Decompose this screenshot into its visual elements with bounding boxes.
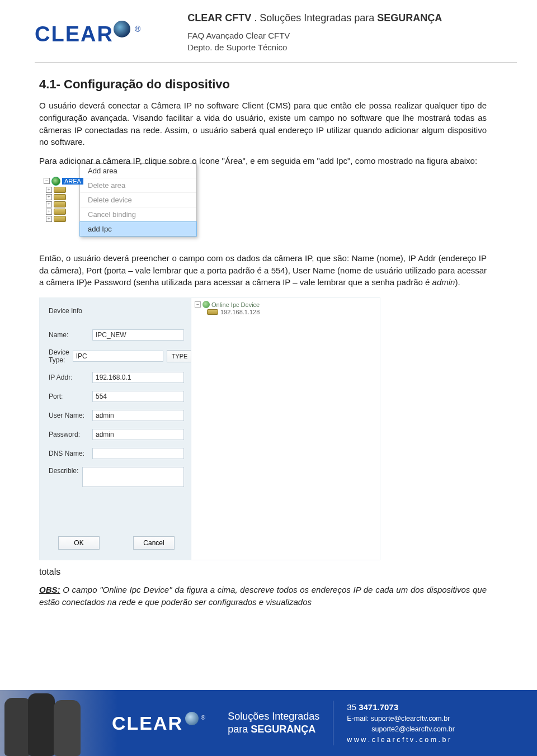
p3-admin-italic: admin [432, 277, 455, 287]
dvr-icon [54, 209, 66, 215]
globe-icon[interactable] [51, 177, 60, 186]
label-name: Name: [49, 331, 89, 339]
row-dns: DNS Name: [49, 448, 184, 459]
dvr-icon [54, 216, 66, 222]
dialog-title: Device Info [49, 307, 184, 315]
row-username: User Name: [49, 410, 184, 421]
tree-collapse-icon[interactable]: − [195, 301, 201, 308]
ctx-delete-area[interactable]: Delete area [80, 178, 196, 193]
dvr-icon [54, 187, 66, 193]
footer-logo-reg: ® [201, 714, 205, 721]
footer-contact: 35 3471.7073 E-mail: suporte@clearcftv.c… [347, 701, 455, 745]
brand-mid: . Soluções Integradas para [251, 12, 377, 23]
label-device-type: Device Type: [49, 348, 69, 364]
tree-root-label[interactable]: AREA [62, 178, 83, 185]
dialog-form: Device Info Name: Device Type: TYPE IP A… [40, 298, 191, 560]
paragraph-2: Para adicionar a câmera IP, clique sobre… [39, 155, 487, 167]
footer-people-graphic [0, 690, 106, 756]
online-device-item[interactable]: 192.168.1.128 [207, 309, 376, 315]
dvr-icon [54, 194, 66, 200]
input-dns[interactable] [92, 448, 184, 459]
ok-button[interactable]: OK [58, 536, 100, 550]
context-menu: Add area Delete area Delete device Cance… [79, 163, 197, 237]
input-device-type[interactable] [73, 351, 163, 362]
globe-icon [202, 301, 210, 308]
dvr-icon [54, 201, 66, 207]
input-port[interactable] [92, 391, 184, 402]
cancel-button[interactable]: Cancel [133, 536, 175, 550]
obs-text: O campo "Online Ipc Device" da figura a … [39, 585, 487, 607]
label-port: Port: [49, 393, 89, 400]
input-name[interactable] [92, 329, 184, 341]
logo-registered: ® [135, 25, 140, 34]
brand-bold-1: CLEAR CFTV [187, 12, 251, 23]
input-password[interactable] [92, 429, 184, 440]
row-password: Password: [49, 429, 184, 440]
slogan-line1: Soluções Integradas [228, 710, 319, 723]
footer-phone: 35 3471.7073 [347, 701, 455, 714]
row-name: Name: [49, 329, 184, 341]
person-silhouette-icon [4, 698, 31, 756]
ctx-add-ipc[interactable]: add Ipc [79, 221, 197, 237]
row-device-type: Device Type: TYPE [49, 348, 184, 364]
footer-logo-text: CLEAR [112, 712, 183, 734]
row-ip: IP Addr: [49, 372, 184, 383]
row-port: Port: [49, 391, 184, 402]
type-button[interactable]: TYPE [167, 350, 193, 362]
tree-expand-icon[interactable]: + [46, 216, 52, 222]
dialog-buttons: OK Cancel [49, 536, 184, 550]
tree-expand-icon[interactable]: + [46, 201, 52, 207]
label-password: Password: [49, 431, 89, 438]
dialog-device-tree: − Online Ipc Device 192.168.1.128 [191, 298, 380, 560]
dvr-icon [207, 309, 218, 315]
brand-bold-2: SEGURANÇA [377, 12, 442, 23]
page-header: CLEAR ® CLEAR CFTV . Soluções Integradas… [0, 0, 537, 58]
label-dns: DNS Name: [49, 450, 89, 457]
logo-text: CLEAR [35, 22, 114, 46]
tree-expand-icon[interactable]: + [46, 209, 52, 215]
tree-expand-icon[interactable]: + [46, 194, 52, 200]
footer-email-1: E-mail: suporte@clearcftv.com.br [347, 714, 455, 724]
label-describle: Describle: [49, 467, 79, 475]
online-device-label: Online Ipc Device [211, 301, 260, 308]
logo: CLEAR ® [35, 22, 140, 46]
header-text-block: CLEAR CFTV . Soluções Integradas para SE… [187, 12, 442, 53]
figure-device-dialog: Device Info Name: Device Type: TYPE IP A… [39, 297, 380, 560]
paragraph-1: O usuário deverá conectar a Câmera IP no… [39, 100, 487, 148]
p3-text: Então, o usuário deverá preencher o camp… [39, 253, 487, 287]
footer-divider [333, 701, 333, 745]
logo-ball-icon [114, 21, 130, 37]
online-device-ip: 192.168.1.128 [220, 309, 260, 315]
footer-logo: CLEAR ® [112, 712, 205, 734]
paragraph-3: Então, o usuário deverá preencher o camp… [39, 252, 487, 289]
obs-paragraph: OBS: O campo "Online Ipc Device" da figu… [39, 584, 487, 608]
page-footer: CLEAR ® Soluções Integradas para SEGURAN… [0, 690, 537, 756]
logo-ball-icon [185, 712, 199, 725]
document-content: 4.1- Configuração do dispositivo O usuár… [0, 63, 537, 608]
ctx-delete-device[interactable]: Delete device [80, 193, 196, 207]
input-ip[interactable] [92, 372, 184, 383]
label-username: User Name: [49, 412, 89, 419]
tree-collapse-icon[interactable]: − [44, 178, 50, 184]
header-sub-2: Depto. de Suporte Técnico [187, 41, 442, 53]
input-describle[interactable] [82, 467, 184, 487]
p3-end: ). [455, 277, 460, 287]
online-device-root[interactable]: − Online Ipc Device [195, 300, 376, 309]
header-sub-1: FAQ Avançado Clear CFTV [187, 30, 442, 41]
label-ip: IP Addr: [49, 374, 89, 381]
brand-line: CLEAR CFTV . Soluções Integradas para SE… [187, 12, 442, 24]
footer-email-2: suporte2@clearcftv.com.br [347, 724, 455, 735]
slogan-line2: para SEGURANÇA [228, 723, 319, 736]
person-silhouette-icon [54, 700, 81, 756]
person-silhouette-icon [28, 693, 55, 756]
row-describle: Describle: [49, 467, 184, 487]
section-title: 4.1- Configuração do dispositivo [39, 77, 487, 92]
input-username[interactable] [92, 410, 184, 421]
footer-slogan: Soluções Integradas para SEGURANÇA [228, 710, 319, 736]
tree-expand-icon[interactable]: + [46, 187, 52, 193]
ctx-cancel-binding[interactable]: Cancel binding [80, 207, 196, 222]
header-sublines: FAQ Avançado Clear CFTV Depto. de Suport… [187, 30, 442, 53]
figure-context-menu: − AREA + + + + + Add area Delete area De… [44, 176, 200, 237]
obs-lead: OBS: [39, 585, 60, 594]
footer-website: w w w . c l e a r c f t v . c o m . b r [347, 735, 455, 745]
